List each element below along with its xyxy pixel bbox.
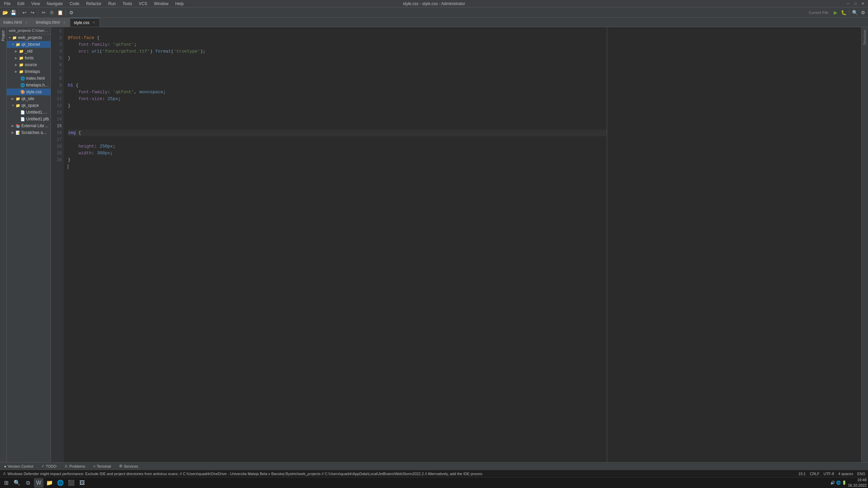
- arrow-icon: ▶: [15, 70, 19, 73]
- editor-area: 1 2 3 4 5 6 7 8 9 10 11 12 13 14 15 16 1…: [51, 27, 861, 462]
- tree-scratches-consoles[interactable]: ▶ 📝 Scratches and Consoles: [7, 129, 51, 136]
- photos-icon[interactable]: 🖼: [77, 478, 87, 488]
- tree-old[interactable]: ▶ 📁 _old: [7, 48, 51, 55]
- toolbar-run[interactable]: ▶: [832, 9, 839, 16]
- tree-label: web_projects: [18, 35, 42, 40]
- bottom-tab-services[interactable]: ⚙ Services: [118, 463, 139, 469]
- bottom-tab-problems[interactable]: ⚠ Problems: [63, 463, 86, 469]
- menu-edit[interactable]: Edit: [16, 1, 26, 7]
- edge-icon[interactable]: 🌐: [56, 478, 65, 488]
- warning-icon: ⚠: [3, 471, 6, 476]
- close-button[interactable]: ✕: [861, 1, 865, 6]
- structure-tab[interactable]: Structure: [862, 27, 868, 48]
- tree-untitled-pfb[interactable]: 📄 Untitled1.pfb: [7, 116, 51, 122]
- folder-icon: 📁: [19, 62, 24, 67]
- menu-refactor[interactable]: Refactor: [85, 1, 103, 7]
- toolbar-debug[interactable]: 🐛: [840, 9, 847, 16]
- status-left: ⚠ Windows Defender might impact performa…: [3, 471, 482, 476]
- toolbar-more[interactable]: ⚙: [859, 9, 867, 16]
- project-tab[interactable]: Project: [1, 28, 6, 43]
- editor-pane[interactable]: 1 2 3 4 5 6 7 8 9 10 11 12 13 14 15 16 1…: [51, 27, 607, 462]
- tab-close-style-css[interactable]: ×: [91, 20, 96, 25]
- bottom-tab-terminal[interactable]: > Terminal: [92, 464, 112, 469]
- tree-web-projects[interactable]: ▼ 📁 web_projects: [7, 34, 51, 41]
- toolbar-open-project[interactable]: 📂: [1, 9, 9, 16]
- tab-timelaps-html[interactable]: timelaps.html ×: [33, 18, 71, 27]
- line-num-4: 4: [51, 48, 62, 55]
- menu-view[interactable]: View: [30, 1, 41, 7]
- code-line-18: }: [68, 157, 71, 162]
- system-tray-icons: 🔊 🌐 🔋: [830, 481, 847, 485]
- task-view-button[interactable]: ⧉: [23, 478, 33, 488]
- terminal-taskbar-icon[interactable]: ⬛: [66, 478, 76, 488]
- line-num-17: 17: [51, 136, 62, 143]
- line-num-7: 7: [51, 69, 62, 75]
- bottom-tab-label-terminal: Terminal: [97, 464, 111, 468]
- tree-untitled-afm[interactable]: 📄 Untitled1.afm: [7, 109, 51, 116]
- tab-label-style-css: style.css: [74, 20, 89, 25]
- line-num-5: 5: [51, 55, 62, 62]
- title-bar-left: File Edit View Navigate Code Refactor Ru…: [3, 1, 185, 7]
- tree-qk-space[interactable]: ▼ 📁 qk_space: [7, 102, 51, 109]
- line-num-2: 2: [51, 35, 62, 41]
- tab-index-html[interactable]: index.html ×: [0, 18, 33, 27]
- toolbar-save[interactable]: 💾: [9, 9, 17, 16]
- bottom-tab-label-problems: Problems: [69, 464, 85, 468]
- tree-timelaps[interactable]: ▶ 📁 timelaps: [7, 68, 51, 75]
- toolbar-cut[interactable]: ✂: [40, 9, 47, 16]
- search-button[interactable]: 🔍: [12, 478, 22, 488]
- toolbar: 📂 💾 ↩ ↪ ✂ ⎘ 📋 ⚙ Current File ▶ 🐛 🔍 ⚙: [0, 7, 868, 18]
- toolbar-separator-4: [849, 9, 849, 16]
- tree-qk-site[interactable]: ▶ 📁 qk_site: [7, 95, 51, 102]
- webstorm-taskbar-icon[interactable]: W: [34, 478, 43, 488]
- bottom-tab-todo[interactable]: ✓ TODO: [40, 463, 58, 469]
- tab-style-css[interactable]: style.css ×: [70, 18, 100, 27]
- line-num-8: 8: [51, 75, 62, 82]
- current-file-label: Current File: [809, 11, 828, 15]
- tree-source[interactable]: ▶ 📁 source: [7, 61, 51, 68]
- arrow-icon: ▶: [15, 56, 19, 60]
- explorer-icon[interactable]: 📁: [45, 478, 54, 488]
- menu-code[interactable]: Code: [68, 1, 81, 7]
- menu-run[interactable]: Run: [107, 1, 117, 7]
- tab-close-index-html[interactable]: ×: [24, 20, 29, 25]
- tree-style-css[interactable]: 🎨 style.css: [7, 89, 51, 95]
- toolbar-settings[interactable]: ⚙: [67, 9, 75, 16]
- code-editor[interactable]: @font-face { font-family: 'qkfont'; src:…: [64, 27, 607, 462]
- tree-external-libraries[interactable]: ▶ 📚 External Libraries: [7, 122, 51, 129]
- tree-label: Untitled1.pfb: [26, 117, 49, 121]
- tree-index-html[interactable]: 🌐 index.html: [7, 75, 51, 82]
- toolbar-separator-1: [19, 9, 19, 16]
- bottom-tab-version-control[interactable]: ● Version Control: [3, 464, 35, 469]
- menu-help[interactable]: Help: [174, 1, 185, 7]
- toolbar-copy[interactable]: ⎘: [48, 9, 56, 16]
- line-num-20: 20: [51, 157, 62, 163]
- menu-navigate[interactable]: Navigate: [45, 1, 64, 7]
- toolbar-undo[interactable]: ↩: [21, 9, 28, 16]
- bottom-tab-label-vc: Version Control: [8, 464, 33, 468]
- code-line-6: [68, 69, 71, 74]
- code-line-7: [68, 76, 71, 81]
- tree-label: Untitled1.afm: [26, 110, 49, 115]
- toolbar-separator-3: [65, 9, 66, 16]
- menu-window[interactable]: Window: [153, 1, 170, 7]
- maximize-button[interactable]: □: [853, 1, 858, 6]
- toolbar-search[interactable]: 🔍: [851, 9, 859, 16]
- tree-fonts[interactable]: ▶ 📁 fonts: [7, 55, 51, 61]
- indent: 4 spaces: [838, 472, 853, 476]
- start-button[interactable]: ⊞: [1, 478, 11, 488]
- tree-timelaps-html[interactable]: 🌐 timelaps.html: [7, 82, 51, 89]
- toolbar-redo[interactable]: ↪: [29, 9, 36, 16]
- code-line-5: [68, 62, 71, 67]
- status-warning-text: Windows Defender might impact performanc…: [7, 472, 482, 476]
- status-bar: ⚠ Windows Defender might impact performa…: [0, 470, 868, 477]
- menu-tools[interactable]: Tools: [121, 1, 133, 7]
- tree-qk-bbxnet[interactable]: ▼ 📁 qk_bbxnet: [7, 41, 51, 48]
- minimize-button[interactable]: ─: [846, 1, 850, 6]
- toolbar-paste[interactable]: 📋: [56, 9, 64, 16]
- taskbar-time[interactable]: 19:48 16.10.2022: [848, 477, 867, 488]
- menu-file[interactable]: File: [3, 1, 12, 7]
- menu-vcs[interactable]: VCS: [137, 1, 149, 7]
- tab-close-timelaps-html[interactable]: ×: [62, 20, 66, 25]
- line-num-1: 1: [51, 28, 62, 35]
